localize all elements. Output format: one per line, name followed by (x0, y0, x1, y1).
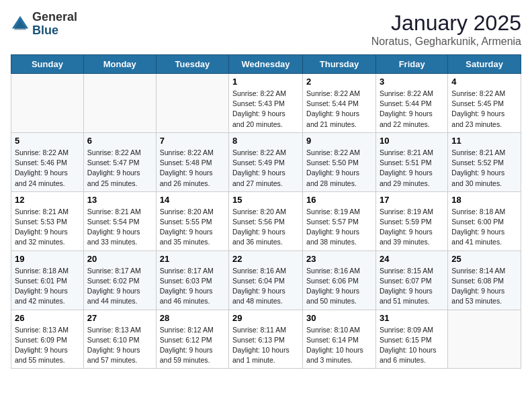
week-row-4: 19Sunrise: 8:18 AM Sunset: 6:01 PM Dayli… (11, 250, 521, 310)
day-details: Sunrise: 8:17 AM Sunset: 6:02 PM Dayligh… (87, 266, 152, 307)
day-number: 8 (232, 136, 299, 146)
day-number: 3 (380, 77, 444, 87)
week-row-3: 12Sunrise: 8:21 AM Sunset: 5:53 PM Dayli… (11, 191, 521, 250)
day-details: Sunrise: 8:17 AM Sunset: 6:03 PM Dayligh… (160, 266, 225, 307)
day-details: Sunrise: 8:15 AM Sunset: 6:07 PM Dayligh… (380, 266, 444, 307)
day-number: 23 (306, 254, 372, 264)
day-number: 31 (380, 313, 444, 323)
day-number: 25 (451, 254, 517, 264)
calendar-cell: 20Sunrise: 8:17 AM Sunset: 6:02 PM Dayli… (83, 250, 156, 310)
calendar-cell: 10Sunrise: 8:21 AM Sunset: 5:51 PM Dayli… (375, 132, 447, 191)
day-details: Sunrise: 8:20 AM Sunset: 5:55 PM Dayligh… (160, 207, 225, 248)
day-number: 13 (87, 195, 152, 205)
calendar-cell: 26Sunrise: 8:13 AM Sunset: 6:09 PM Dayli… (11, 310, 84, 369)
day-details: Sunrise: 8:22 AM Sunset: 5:43 PM Dayligh… (232, 89, 299, 130)
day-header-tuesday: Tuesday (156, 55, 228, 74)
day-number: 20 (87, 254, 152, 264)
title-block: January 2025 Noratus, Gegharkunik, Armen… (371, 11, 521, 48)
calendar-cell: 16Sunrise: 8:19 AM Sunset: 5:57 PM Dayli… (303, 191, 376, 250)
calendar-cell: 8Sunrise: 8:22 AM Sunset: 5:49 PM Daylig… (229, 132, 303, 191)
day-number: 21 (160, 254, 225, 264)
day-header-saturday: Saturday (448, 55, 521, 74)
calendar-cell: 17Sunrise: 8:19 AM Sunset: 5:59 PM Dayli… (375, 191, 447, 250)
day-details: Sunrise: 8:21 AM Sunset: 5:52 PM Dayligh… (451, 148, 517, 189)
calendar-cell: 14Sunrise: 8:20 AM Sunset: 5:55 PM Dayli… (156, 191, 228, 250)
month-title: January 2025 (371, 11, 521, 36)
calendar-cell (11, 74, 84, 133)
day-number: 4 (451, 77, 517, 87)
day-details: Sunrise: 8:22 AM Sunset: 5:46 PM Dayligh… (15, 148, 80, 189)
calendar-cell (156, 74, 228, 133)
day-header-friday: Friday (375, 55, 447, 74)
week-row-2: 5Sunrise: 8:22 AM Sunset: 5:46 PM Daylig… (11, 132, 521, 191)
day-number: 10 (380, 136, 444, 146)
day-header-wednesday: Wednesday (229, 55, 303, 74)
calendar-cell: 4Sunrise: 8:22 AM Sunset: 5:45 PM Daylig… (448, 74, 521, 133)
day-number: 12 (15, 195, 80, 205)
day-number: 18 (451, 195, 517, 205)
day-number: 9 (306, 136, 372, 146)
day-details: Sunrise: 8:21 AM Sunset: 5:51 PM Dayligh… (380, 148, 444, 189)
day-number: 29 (232, 313, 299, 323)
day-number: 28 (160, 313, 225, 323)
calendar-cell: 21Sunrise: 8:17 AM Sunset: 6:03 PM Dayli… (156, 250, 228, 310)
logo-general: General (32, 11, 77, 24)
day-header-thursday: Thursday (303, 55, 376, 74)
calendar-cell: 24Sunrise: 8:15 AM Sunset: 6:07 PM Dayli… (375, 250, 447, 310)
day-number: 11 (451, 136, 517, 146)
calendar-cell: 23Sunrise: 8:16 AM Sunset: 6:06 PM Dayli… (303, 250, 376, 310)
calendar-cell: 9Sunrise: 8:22 AM Sunset: 5:50 PM Daylig… (303, 132, 376, 191)
day-number: 5 (15, 136, 80, 146)
day-details: Sunrise: 8:21 AM Sunset: 5:53 PM Dayligh… (15, 207, 80, 248)
calendar-cell: 3Sunrise: 8:22 AM Sunset: 5:44 PM Daylig… (375, 74, 447, 133)
day-details: Sunrise: 8:20 AM Sunset: 5:56 PM Dayligh… (232, 207, 299, 248)
day-number: 17 (380, 195, 444, 205)
day-details: Sunrise: 8:19 AM Sunset: 5:57 PM Dayligh… (306, 207, 372, 248)
week-row-5: 26Sunrise: 8:13 AM Sunset: 6:09 PM Dayli… (11, 310, 521, 369)
logo-blue: Blue (32, 24, 77, 38)
calendar-cell (83, 74, 156, 133)
day-number: 16 (306, 195, 372, 205)
calendar-cell: 25Sunrise: 8:14 AM Sunset: 6:08 PM Dayli… (448, 250, 521, 310)
logo-text: General Blue (32, 11, 77, 38)
calendar-cell: 30Sunrise: 8:10 AM Sunset: 6:14 PM Dayli… (303, 310, 376, 369)
day-details: Sunrise: 8:22 AM Sunset: 5:49 PM Dayligh… (232, 148, 299, 189)
day-details: Sunrise: 8:13 AM Sunset: 6:10 PM Dayligh… (87, 325, 152, 366)
calendar-cell: 18Sunrise: 8:18 AM Sunset: 6:00 PM Dayli… (448, 191, 521, 250)
calendar-cell: 13Sunrise: 8:21 AM Sunset: 5:54 PM Dayli… (83, 191, 156, 250)
day-number: 30 (306, 313, 372, 323)
day-header-sunday: Sunday (11, 55, 84, 74)
week-row-1: 1Sunrise: 8:22 AM Sunset: 5:43 PM Daylig… (11, 74, 521, 133)
day-details: Sunrise: 8:09 AM Sunset: 6:15 PM Dayligh… (380, 325, 444, 366)
day-number: 2 (306, 77, 372, 87)
day-number: 27 (87, 313, 152, 323)
calendar-cell (448, 310, 521, 369)
calendar-cell: 29Sunrise: 8:11 AM Sunset: 6:13 PM Dayli… (229, 310, 303, 369)
calendar-cell: 11Sunrise: 8:21 AM Sunset: 5:52 PM Dayli… (448, 132, 521, 191)
calendar-cell: 6Sunrise: 8:22 AM Sunset: 5:47 PM Daylig… (83, 132, 156, 191)
day-details: Sunrise: 8:16 AM Sunset: 6:04 PM Dayligh… (232, 266, 299, 307)
day-number: 19 (15, 254, 80, 264)
day-details: Sunrise: 8:13 AM Sunset: 6:09 PM Dayligh… (15, 325, 80, 366)
calendar-cell: 22Sunrise: 8:16 AM Sunset: 6:04 PM Dayli… (229, 250, 303, 310)
header-row: SundayMondayTuesdayWednesdayThursdayFrid… (11, 55, 521, 74)
day-details: Sunrise: 8:19 AM Sunset: 5:59 PM Dayligh… (380, 207, 444, 248)
day-details: Sunrise: 8:22 AM Sunset: 5:50 PM Dayligh… (306, 148, 372, 189)
day-number: 1 (232, 77, 299, 87)
day-number: 14 (160, 195, 225, 205)
calendar-cell: 15Sunrise: 8:20 AM Sunset: 5:56 PM Dayli… (229, 191, 303, 250)
day-number: 26 (15, 313, 80, 323)
day-details: Sunrise: 8:22 AM Sunset: 5:44 PM Dayligh… (306, 89, 372, 130)
logo-icon (11, 15, 30, 34)
calendar-cell: 7Sunrise: 8:22 AM Sunset: 5:48 PM Daylig… (156, 132, 228, 191)
calendar-cell: 28Sunrise: 8:12 AM Sunset: 6:12 PM Dayli… (156, 310, 228, 369)
day-number: 24 (380, 254, 444, 264)
day-number: 6 (87, 136, 152, 146)
day-details: Sunrise: 8:22 AM Sunset: 5:47 PM Dayligh… (87, 148, 152, 189)
calendar-cell: 19Sunrise: 8:18 AM Sunset: 6:01 PM Dayli… (11, 250, 84, 310)
calendar-cell: 5Sunrise: 8:22 AM Sunset: 5:46 PM Daylig… (11, 132, 84, 191)
logo: General Blue (11, 11, 77, 38)
day-details: Sunrise: 8:14 AM Sunset: 6:08 PM Dayligh… (451, 266, 517, 307)
calendar-cell: 27Sunrise: 8:13 AM Sunset: 6:10 PM Dayli… (83, 310, 156, 369)
day-details: Sunrise: 8:22 AM Sunset: 5:44 PM Dayligh… (380, 89, 444, 130)
